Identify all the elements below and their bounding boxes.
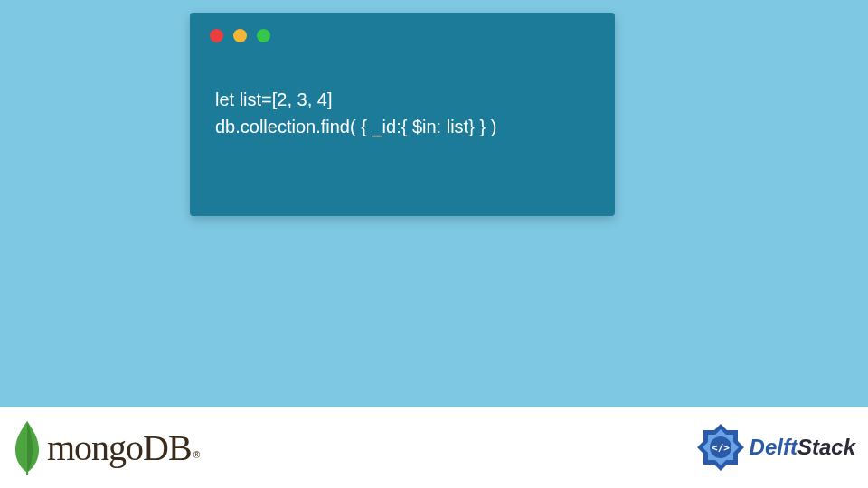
code-line: let list=[2, 3, 4] <box>215 86 590 113</box>
mongodb-leaf-icon <box>11 419 43 475</box>
delftstack-text: DelftStack <box>750 435 855 460</box>
close-icon <box>210 29 223 42</box>
delftstack-badge-icon: </> <box>695 422 746 473</box>
code-window: let list=[2, 3, 4] db.collection.find( {… <box>190 13 615 216</box>
delftstack-logo: </> DelftStack <box>695 422 855 473</box>
mongodb-text: mongoDB® <box>47 427 200 469</box>
code-line: db.collection.find( { _id:{ $in: list} }… <box>215 113 590 140</box>
minimize-icon <box>233 29 247 42</box>
bottom-bar: mongoDB® </> DelftStack <box>0 407 868 488</box>
window-traffic-lights <box>190 13 615 42</box>
svg-text:</>: </> <box>712 442 730 454</box>
maximize-icon <box>257 29 270 42</box>
mongodb-logo: mongoDB® <box>11 419 200 475</box>
code-content: let list=[2, 3, 4] db.collection.find( {… <box>190 42 615 140</box>
